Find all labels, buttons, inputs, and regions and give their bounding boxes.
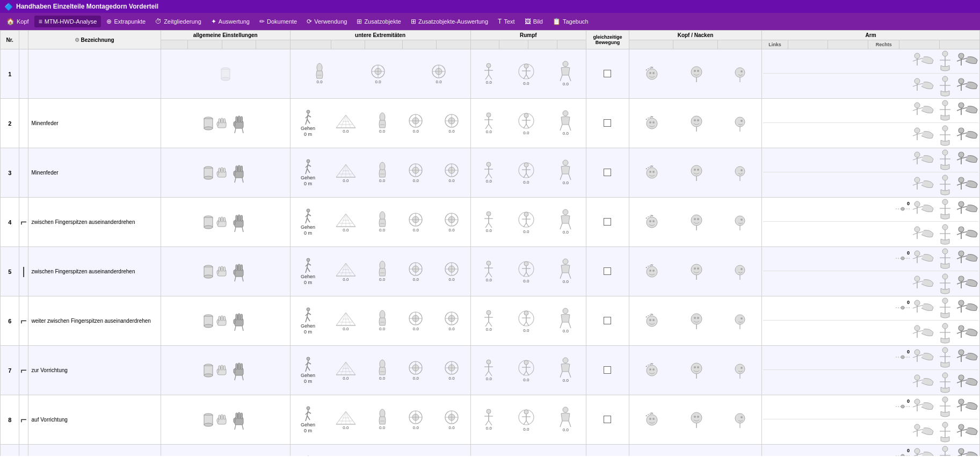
svg-rect-321	[217, 271, 219, 274]
svg-rect-410	[238, 314, 240, 320]
header-arm: Arm	[762, 31, 980, 40]
svg-point-49	[914, 78, 920, 84]
svg-point-122	[914, 103, 920, 108]
nav-auswertung[interactable]: ✦ Auswertung	[207, 16, 254, 27]
header-bezeichnung: ⚙ Bezeichnung	[28, 31, 161, 49]
text-icon: T	[498, 18, 502, 25]
svg-point-265	[487, 212, 491, 216]
svg-point-722	[914, 448, 920, 454]
row-gleichzeitig	[586, 247, 629, 296]
svg-point-615	[524, 410, 528, 414]
sub-kopf-1	[629, 40, 673, 49]
svg-point-42	[942, 51, 948, 56]
checkbox[interactable]	[604, 70, 611, 77]
table-row[interactable]: 8 ⌐ auf Vorrichtung	[1, 395, 980, 445]
svg-rect-497	[241, 364, 243, 369]
sub-arm-links-2	[828, 40, 868, 49]
svg-point-367	[652, 270, 655, 272]
table-row[interactable]: 9 auf Vorrichtung	[1, 445, 980, 456]
svg-line-570	[957, 381, 961, 383]
nav-bild[interactable]: 🖼 Bild	[520, 16, 547, 27]
svg-point-627	[691, 412, 702, 423]
svg-line-110	[569, 125, 571, 130]
svg-point-283	[691, 215, 702, 226]
table-row[interactable]: 7 ⌐ zur Vorrichtung	[1, 346, 980, 395]
row-kopf	[629, 247, 761, 296]
header-untere: untere Extremitäten	[290, 31, 470, 40]
svg-point-200	[694, 169, 696, 171]
svg-point-243	[307, 209, 310, 212]
svg-point-287	[735, 216, 745, 226]
nav-verwendung[interactable]: ⟳ Verwendung	[302, 16, 351, 27]
sub-arm-links-1	[788, 40, 828, 49]
star-icon: ✦	[211, 18, 216, 25]
svg-line-612	[485, 420, 489, 425]
svg-point-482	[959, 325, 964, 331]
svg-point-112	[649, 121, 651, 124]
nav-zusatzobjekte[interactable]: ⊞ Zusatzobjekte	[352, 16, 405, 27]
row-rumpf: 0.0 0.0 0.0	[470, 148, 586, 198]
nav-extrapunkte[interactable]: ⊕ Extrapunkte	[102, 16, 150, 27]
svg-point-120	[741, 120, 743, 122]
svg-point-230	[204, 226, 213, 229]
checkbox[interactable]	[604, 169, 611, 176]
checkbox[interactable]	[604, 119, 611, 127]
svg-point-620	[563, 407, 568, 412]
svg-line-226	[957, 184, 961, 185]
nav-bar: 🏠 Kopf ≡ MTM-HWD-Analyse ⊕ Extrapunkte ⏱…	[0, 13, 980, 30]
svg-rect-577	[221, 415, 223, 419]
analysis-table: Nr. ⚙ Bezeichnung allgemeine Einstellung…	[0, 30, 980, 456]
svg-line-484	[957, 332, 961, 333]
row-rumpf: 0.0 0.0 0.0	[470, 296, 586, 346]
svg-rect-155	[241, 166, 243, 172]
svg-rect-66	[223, 119, 226, 123]
svg-point-213	[959, 152, 964, 157]
svg-line-447	[526, 322, 529, 326]
checkbox[interactable]	[604, 267, 611, 275]
svg-rect-64	[219, 119, 221, 123]
nav-tagebuch[interactable]: 📋 Tagebuch	[548, 16, 593, 27]
image-icon: 🖼	[525, 18, 531, 25]
svg-line-499	[235, 375, 236, 380]
table-row[interactable]: 2 Minenfeder G	[1, 99, 980, 148]
table-row[interactable]: 1 0.0 0.0	[1, 49, 980, 99]
table-row[interactable]: 6 ⌐ weiter zwischen Fingerspitzen ausein…	[1, 296, 980, 346]
svg-point-279	[647, 217, 657, 228]
table-row[interactable]: 4 ⌐ zwischen Fingerspitzen auseinanderdr…	[1, 198, 980, 247]
nav-mtm[interactable]: ≡ MTM-HWD-Analyse	[34, 16, 101, 27]
row-arm: 0	[762, 247, 980, 296]
svg-point-33	[697, 70, 699, 72]
svg-point-635	[901, 405, 904, 408]
checkbox[interactable]	[604, 366, 611, 374]
nav-dokumente[interactable]: ✏ Dokumente	[255, 16, 301, 27]
svg-point-357	[524, 262, 528, 266]
svg-rect-411	[241, 314, 243, 320]
row-gleichzeitig	[586, 148, 629, 198]
svg-line-559	[957, 356, 961, 358]
table-row[interactable]: 3 Minenfeder G	[1, 148, 980, 198]
row-bezeichnung	[28, 49, 161, 99]
nav-text[interactable]: T Text	[493, 16, 519, 27]
checkbox[interactable]	[604, 317, 611, 324]
svg-point-35	[735, 68, 745, 77]
row-rumpf: 0.0 0.0 0.0	[470, 49, 586, 99]
row-arm: 0	[762, 296, 980, 346]
svg-line-503	[306, 366, 307, 372]
svg-rect-406	[223, 316, 226, 321]
row-untere: Gehen0 m 0.0 0.0 0.0	[290, 445, 470, 456]
sub-allg-4	[256, 40, 290, 49]
checkbox[interactable]	[604, 416, 611, 423]
svg-point-537	[647, 365, 657, 376]
checkbox[interactable]	[604, 218, 611, 226]
nav-zusatz-auswertung[interactable]: ⊞ Zusatzobjekte-Auswertung	[406, 16, 492, 27]
nav-zeitgliederung[interactable]: ⏱ Zeitgliederung	[151, 16, 206, 27]
table-row[interactable]: 5 | zwischen Fingerspitzen auseinanderdr…	[1, 247, 980, 296]
svg-point-542	[694, 366, 696, 368]
nav-kopf[interactable]: 🏠 Kopf	[2, 16, 33, 27]
svg-line-275	[526, 223, 529, 227]
svg-point-557	[959, 350, 964, 355]
row-bezeichnung: zwischen Fingerspitzen auseinanderdrehen	[28, 198, 161, 247]
svg-point-453	[652, 319, 655, 321]
svg-point-385	[959, 251, 964, 256]
svg-point-307	[942, 224, 948, 230]
